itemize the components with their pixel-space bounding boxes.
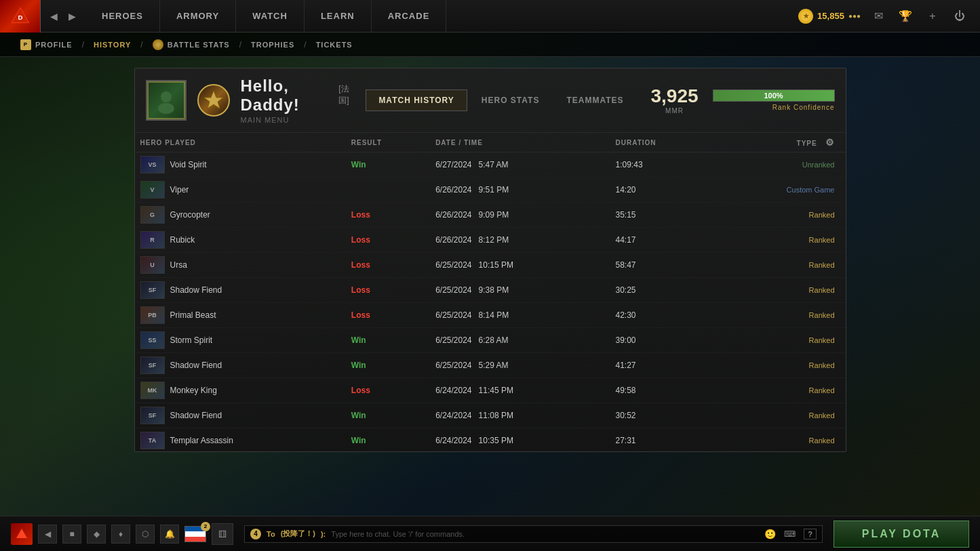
forward-button[interactable]: ▶ <box>64 8 80 24</box>
hero-name: Shadow Fiend <box>170 285 222 295</box>
flag-badge: 2 <box>201 522 210 531</box>
mmr-label: MMR <box>648 107 702 115</box>
nav-watch[interactable]: WATCH <box>236 0 305 32</box>
friends-button[interactable]: + <box>923 7 942 26</box>
nav-heroes[interactable]: HEROES <box>85 0 160 32</box>
avatar <box>146 80 187 121</box>
chat-help-button[interactable]: ? <box>804 529 817 539</box>
table-row[interactable]: V Viper 6/26/2024 9:51 PM 14:20 Custom G… <box>135 178 846 203</box>
header-duration: DURATION <box>610 133 715 152</box>
bottom-btn-4[interactable]: ♦ <box>111 525 130 544</box>
hero-name: Primal Beast <box>170 310 216 320</box>
date-cell: 6/26/2024 9:51 PM <box>430 178 610 203</box>
hero-portrait: TA <box>140 432 165 449</box>
header-hero: HERO PLAYED <box>135 133 346 152</box>
table-row[interactable]: TA Templar Assassin Win 6/24/2024 10:35 … <box>135 428 846 452</box>
subnav-trophies[interactable]: TROPHIES <box>244 41 301 49</box>
hero-portrait: SS <box>140 331 165 349</box>
table-row[interactable]: SF Shadow Fiend Win 6/25/2024 5:29 AM 41… <box>135 353 846 378</box>
sep-3: / <box>239 40 241 49</box>
bottom-btn-5[interactable]: ⬡ <box>136 525 155 544</box>
table-row[interactable]: VS Void Spirit Win 6/27/2024 5:47 AM 1:0… <box>135 152 846 178</box>
date-cell: 6/27/2024 5:47 AM <box>430 152 610 178</box>
bottom-btn-3[interactable]: ◆ <box>87 525 106 544</box>
back-button[interactable]: ◀ <box>46 8 62 24</box>
profile-name-area: Hello, Daddy! [法国] MAIN MENU <box>241 77 355 124</box>
date-cell: 6/25/2024 5:29 AM <box>430 353 610 378</box>
table-row[interactable]: SS Storm Spirit Win 6/25/2024 6:28 AM 39… <box>135 328 846 353</box>
medal-bg <box>197 84 230 117</box>
nav-learn[interactable]: LEARN <box>305 0 372 32</box>
nav-arcade[interactable]: ARCADE <box>372 0 447 32</box>
bottom-btn-2[interactable]: ■ <box>62 525 81 544</box>
table-row[interactable]: SF Shadow Fiend Loss 6/25/2024 9:38 PM 3… <box>135 278 846 303</box>
match-table: HERO PLAYED RESULT DATE / TIME DURATION … <box>135 133 846 451</box>
subnav-history[interactable]: HISTORY <box>87 41 138 49</box>
hero-cell: U Ursa <box>135 253 346 278</box>
emoji-button[interactable]: 🙂 <box>764 529 776 539</box>
bottom-btn-1[interactable]: ◀ <box>38 525 57 544</box>
hero-portrait: VS <box>140 156 165 174</box>
chat-send-button[interactable]: ⌨ <box>781 529 798 539</box>
flag-container: 2 <box>184 526 206 542</box>
result-cell: Win <box>346 403 430 428</box>
hero-portrait: SF <box>140 356 165 374</box>
type-cell: Ranked <box>715 303 846 328</box>
mmr-area: 3,925 MMR <box>648 87 702 115</box>
nav-armory[interactable]: ARMORY <box>160 0 236 32</box>
nav-right: ★ 15,855 ●●● ✉ 🏆 + ⏻ <box>787 7 980 26</box>
chat-placeholder[interactable]: Type here to chat. Use '/' for commands. <box>331 530 759 538</box>
result-loss: Loss <box>351 260 370 270</box>
profile-name: Hello, Daddy! <box>241 77 330 115</box>
group-button[interactable]: ⚅ <box>212 523 233 545</box>
dota-logo[interactable]: D <box>0 0 41 33</box>
chat-sep: ): <box>321 530 326 538</box>
type-cell: Custom Game <box>715 178 846 203</box>
confidence-pct: 100% <box>764 91 783 100</box>
match-table-container[interactable]: HERO PLAYED RESULT DATE / TIME DURATION … <box>135 133 846 451</box>
duration-cell: 39:00 <box>610 328 715 353</box>
table-row[interactable]: MK Monkey King Loss 6/24/2024 11:45 PM 4… <box>135 378 846 403</box>
chat-target: (投降了！) <box>281 529 315 539</box>
result-win: Win <box>351 436 366 445</box>
result-win: Win <box>351 411 366 420</box>
achievements-button[interactable]: 🏆 <box>896 7 915 26</box>
table-row[interactable]: G Gyrocopter Loss 6/26/2024 9:09 PM 35:1… <box>135 203 846 228</box>
mail-button[interactable]: ✉ <box>869 7 888 26</box>
duration-cell: 44:17 <box>610 228 715 253</box>
duration-cell: 42:30 <box>610 303 715 328</box>
hero-cell: TA Templar Assassin <box>135 428 346 452</box>
notification-btn[interactable]: 🔔 <box>160 525 179 544</box>
date-cell: 6/26/2024 9:09 PM <box>430 203 610 228</box>
tab-teammates[interactable]: TEAMMATES <box>553 89 636 111</box>
subnav-tickets[interactable]: TICKETS <box>309 41 359 49</box>
hero-portrait: SF <box>140 281 165 299</box>
duration-cell: 30:52 <box>610 403 715 428</box>
hero-portrait: MK <box>140 382 165 399</box>
date-cell: 6/25/2024 9:38 PM <box>430 278 610 303</box>
hero-name: Monkey King <box>170 386 217 395</box>
duration-cell: 27:31 <box>610 428 715 452</box>
bottom-bar: ◀ ■ ◆ ♦ ⬡ 🔔 2 ⚅ 4 To (投降了！) ): Type here… <box>0 516 980 551</box>
result-cell: Win <box>346 328 430 353</box>
bottom-logo[interactable] <box>11 523 33 545</box>
table-row[interactable]: R Rubick Loss 6/26/2024 8:12 PM 44:17 Ra… <box>135 228 846 253</box>
subnav-battlestats[interactable]: BATTLE STATS <box>146 39 237 50</box>
rank-medal <box>197 84 230 117</box>
subnav-profile[interactable]: P PROFILE <box>14 39 79 50</box>
tab-match-history[interactable]: MATCH HISTORY <box>366 89 467 111</box>
hero-cell: MK Monkey King <box>135 378 346 403</box>
table-row[interactable]: SF Shadow Fiend Win 6/24/2024 11:08 PM 3… <box>135 403 846 428</box>
tab-hero-stats[interactable]: HERO STATS <box>469 89 553 111</box>
table-row[interactable]: U Ursa Loss 6/25/2024 10:15 PM 58:47 Ran… <box>135 253 846 278</box>
table-row[interactable]: PB Primal Beast Loss 6/25/2024 8:14 PM 4… <box>135 303 846 328</box>
power-button[interactable]: ⏻ <box>950 7 969 26</box>
result-loss: Loss <box>351 210 370 220</box>
hero-cell: VS Void Spirit <box>135 152 346 178</box>
hero-name: Templar Assassin <box>170 436 233 445</box>
table-settings-icon[interactable]: ⚙ <box>825 137 835 148</box>
result-loss: Loss <box>351 386 370 395</box>
play-dota-button[interactable]: PLAY DOTA <box>834 521 969 548</box>
svg-text:D: D <box>18 13 22 20</box>
sub-navigation: P PROFILE / HISTORY / BATTLE STATS / TRO… <box>0 33 980 57</box>
